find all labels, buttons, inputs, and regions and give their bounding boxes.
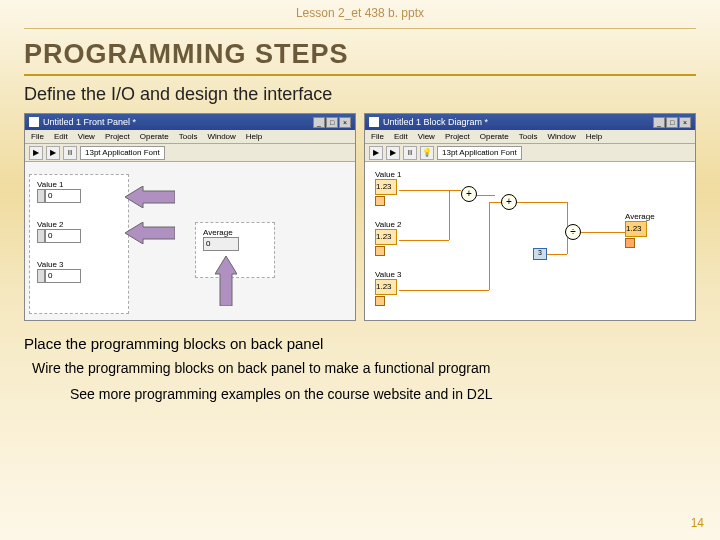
menu-window[interactable]: Window <box>207 132 235 141</box>
value2-label: Value 2 <box>37 220 81 229</box>
menu-edit[interactable]: Edit <box>54 132 68 141</box>
add-node[interactable]: + <box>501 194 517 210</box>
value3-spinner[interactable] <box>37 269 45 283</box>
caption-see: See more programming examples on the cou… <box>70 386 650 402</box>
app-icon <box>29 117 39 127</box>
menu-file[interactable]: File <box>371 132 384 141</box>
menu-project[interactable]: Project <box>105 132 130 141</box>
block-menubar: File Edit View Project Operate Tools Win… <box>365 130 695 144</box>
block-diagram-window: Untitled 1 Block Diagram * _ □ × File Ed… <box>364 113 696 321</box>
run-cont-button[interactable]: ▶ <box>46 146 60 160</box>
front-toolbar: ▶ ▶ II 13pt Application Font <box>25 144 355 162</box>
menu-operate[interactable]: Operate <box>140 132 169 141</box>
dbl-icon: 1.23 <box>375 229 397 245</box>
value1-label: Value 1 <box>37 180 81 189</box>
top-divider <box>24 28 696 29</box>
run-button[interactable]: ▶ <box>369 146 383 160</box>
menu-edit[interactable]: Edit <box>394 132 408 141</box>
value1-spinner[interactable] <box>37 189 45 203</box>
wire <box>399 290 489 291</box>
menu-help[interactable]: Help <box>246 132 262 141</box>
front-menubar: File Edit View Project Operate Tools Win… <box>25 130 355 144</box>
caption-wire: Wire the programming blocks on back pane… <box>32 360 688 376</box>
value2-terminal[interactable]: Value 2 1.23 <box>375 220 402 256</box>
wire <box>449 190 450 240</box>
app-icon <box>369 117 379 127</box>
menu-tools[interactable]: Tools <box>179 132 198 141</box>
menu-tools[interactable]: Tools <box>519 132 538 141</box>
value2-label: Value 2 <box>375 220 402 229</box>
wire <box>517 202 567 203</box>
maximize-button[interactable]: □ <box>326 117 338 128</box>
wire <box>489 202 490 290</box>
run-cont-button[interactable]: ▶ <box>386 146 400 160</box>
value1-terminal[interactable]: Value 1 1.23 <box>375 170 402 206</box>
average-indicator: Average 0 <box>203 228 239 251</box>
menu-operate[interactable]: Operate <box>480 132 509 141</box>
screenshot-row: Untitled 1 Front Panel * _ □ × File Edit… <box>24 113 696 321</box>
value3-label: Value 3 <box>375 270 402 279</box>
menu-view[interactable]: View <box>78 132 95 141</box>
wire <box>399 240 449 241</box>
title-underline <box>24 74 696 76</box>
highlight-button[interactable]: 💡 <box>420 146 434 160</box>
close-button[interactable]: × <box>339 117 351 128</box>
wire <box>581 232 625 233</box>
average-terminal[interactable]: Average 1.23 <box>625 212 655 248</box>
terminal-icon <box>625 238 635 248</box>
maximize-button[interactable]: □ <box>666 117 678 128</box>
value1-control[interactable]: Value 1 0 <box>37 180 81 203</box>
value2-spinner[interactable] <box>37 229 45 243</box>
page-number: 14 <box>691 516 704 530</box>
menu-file[interactable]: File <box>31 132 44 141</box>
front-title: Untitled 1 Front Panel * <box>43 117 136 127</box>
run-button[interactable]: ▶ <box>29 146 43 160</box>
header-file: Lesson 2_et 438 b. pptx <box>0 0 720 20</box>
value3-label: Value 3 <box>37 260 81 269</box>
arrow-icon <box>125 186 175 208</box>
divide-node[interactable]: ÷ <box>565 224 581 240</box>
value3-field[interactable]: 0 <box>45 269 81 283</box>
numeric-constant[interactable]: 3 <box>533 248 547 260</box>
value3-terminal[interactable]: Value 3 1.23 <box>375 270 402 306</box>
front-panel-window: Untitled 1 Front Panel * _ □ × File Edit… <box>24 113 356 321</box>
value2-control[interactable]: Value 2 0 <box>37 220 81 243</box>
block-canvas: Value 1 1.23 Value 2 1.23 Value 3 1.23 <box>365 162 695 320</box>
svg-marker-1 <box>125 222 175 244</box>
value3-control[interactable]: Value 3 0 <box>37 260 81 283</box>
front-titlebar: Untitled 1 Front Panel * _ □ × <box>25 114 355 130</box>
dbl-icon: 1.23 <box>625 221 647 237</box>
close-button[interactable]: × <box>679 117 691 128</box>
front-canvas: Value 1 0 Value 2 0 Value 3 0 Average 0 <box>25 162 355 320</box>
font-selector[interactable]: 13pt Application Font <box>80 146 165 160</box>
arrow-up-icon <box>215 256 237 306</box>
terminal-icon <box>375 246 385 256</box>
minimize-button[interactable]: _ <box>653 117 665 128</box>
terminal-icon <box>375 196 385 206</box>
font-selector[interactable]: 13pt Application Font <box>437 146 522 160</box>
pause-button[interactable]: II <box>63 146 77 160</box>
value1-label: Value 1 <box>375 170 402 179</box>
menu-view[interactable]: View <box>418 132 435 141</box>
caption-place: Place the programming blocks on back pan… <box>24 335 696 352</box>
wire <box>475 195 495 196</box>
block-titlebar: Untitled 1 Block Diagram * _ □ × <box>365 114 695 130</box>
menu-help[interactable]: Help <box>586 132 602 141</box>
dbl-icon: 1.23 <box>375 179 397 195</box>
svg-marker-0 <box>125 186 175 208</box>
arrow-icon <box>125 222 175 244</box>
average-field: 0 <box>203 237 239 251</box>
slide-title: PROGRAMMING STEPS <box>24 39 696 70</box>
value2-field[interactable]: 0 <box>45 229 81 243</box>
average-label: Average <box>625 212 655 221</box>
menu-window[interactable]: Window <box>547 132 575 141</box>
wire <box>547 254 567 255</box>
add-node[interactable]: + <box>461 186 477 202</box>
pause-button[interactable]: II <box>403 146 417 160</box>
wire <box>399 190 461 191</box>
menu-project[interactable]: Project <box>445 132 470 141</box>
average-label: Average <box>203 228 239 237</box>
minimize-button[interactable]: _ <box>313 117 325 128</box>
value1-field[interactable]: 0 <box>45 189 81 203</box>
block-title: Untitled 1 Block Diagram * <box>383 117 488 127</box>
